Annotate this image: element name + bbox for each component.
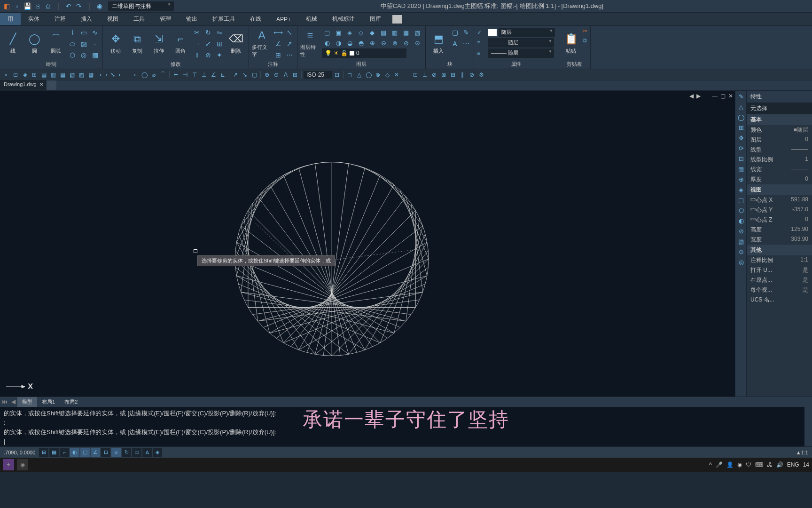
command-line[interactable]: 的实体，或按住Shift键选择要延伸的实体，或 [边缘模式(E)/围栏(F)/窗… xyxy=(0,407,812,446)
dim-10-icon[interactable]: ⊤ xyxy=(190,71,199,79)
dim-more-icon[interactable]: ⋯ xyxy=(285,50,294,60)
menu-在线[interactable]: 在线 xyxy=(242,13,269,25)
osnap-cen-icon[interactable]: ◯ xyxy=(364,71,373,79)
tray-net-icon[interactable]: 🖧 xyxy=(767,461,773,468)
drawing-canvas[interactable]: ◀ ▶ — ▢ ✕ 选择要修剪的实体，或按住Shift键选择要延伸的实体，或 X xyxy=(0,91,735,397)
max-icon[interactable]: ▢ xyxy=(720,93,726,99)
tb-7-icon[interactable]: ▦ xyxy=(58,71,67,79)
layout-2-tab[interactable]: 布局2 xyxy=(60,397,82,407)
osnap-node-icon[interactable]: ⊗ xyxy=(374,71,382,79)
menu-app[interactable]: APP+ xyxy=(269,14,298,24)
polyline-icon[interactable]: ⌇ xyxy=(68,28,77,37)
tb-4-icon[interactable]: ⊞ xyxy=(30,71,39,79)
spline-icon[interactable]: ∿ xyxy=(90,28,100,37)
dim-6-icon[interactable]: ⌀ xyxy=(149,71,158,79)
osnap-mid-icon[interactable]: △ xyxy=(355,71,363,79)
palette-2-icon[interactable]: △ xyxy=(736,102,746,111)
tb-9-icon[interactable]: ▨ xyxy=(77,71,86,79)
tb-5-icon[interactable]: ▤ xyxy=(39,71,48,79)
osnap-par-icon[interactable]: ∥ xyxy=(458,71,467,79)
dim-2-icon[interactable]: ⤡ xyxy=(109,71,117,79)
menu-工具[interactable]: 工具 xyxy=(126,13,152,25)
dim-17-icon[interactable]: ⊕ xyxy=(263,71,271,79)
layer-tool18-icon[interactable]: ⊙ xyxy=(412,38,422,48)
osnap-end-icon[interactable]: ◻ xyxy=(345,71,354,79)
model-toggle[interactable]: ▭ xyxy=(132,448,141,457)
menu-图库[interactable]: 图库 xyxy=(362,13,389,25)
dim-21-icon[interactable]: ⊡ xyxy=(333,71,341,79)
linetype-dropdown[interactable]: ——— 随层 xyxy=(488,38,554,48)
point-icon[interactable]: · xyxy=(90,39,100,48)
layer-tool12-icon[interactable]: ◒ xyxy=(344,38,355,48)
iso-toggle[interactable]: ◈ xyxy=(153,448,162,457)
palette-16-icon[interactable]: ⊙ xyxy=(736,247,746,256)
layer-tool4-icon[interactable]: ◇ xyxy=(356,28,366,37)
osnap-tan-icon[interactable]: ⊘ xyxy=(430,71,438,79)
prop-lscale-value[interactable]: 1 xyxy=(805,156,808,164)
taskbar-app2-icon[interactable]: ◉ xyxy=(17,459,28,470)
saveall-icon[interactable]: ⎘ xyxy=(33,1,42,11)
dim-14-icon[interactable]: ↗ xyxy=(231,71,240,79)
menu-扩展工具[interactable]: 扩展工具 xyxy=(205,13,242,25)
menu-视图[interactable]: 视图 xyxy=(100,13,126,25)
layer-tool15-icon[interactable]: ⊖ xyxy=(378,38,389,48)
matchprop-icon[interactable]: ✓ xyxy=(477,29,486,36)
close-view-icon[interactable]: ✕ xyxy=(728,93,733,99)
taskbar-app1-icon[interactable]: ✦ xyxy=(3,459,14,470)
stretch-button[interactable]: ⇲拉伸 xyxy=(149,28,169,58)
prop-layer-value[interactable]: 0 xyxy=(805,136,808,144)
palette-4-icon[interactable]: ⊞ xyxy=(736,123,746,132)
osnap-set-icon[interactable]: ⚙ xyxy=(477,71,485,79)
copy-clip-icon[interactable]: ⧉ xyxy=(583,37,587,44)
menu-插入[interactable]: 插入 xyxy=(73,13,100,25)
prop-w-value[interactable]: 303.90 xyxy=(791,236,808,244)
dim-8-icon[interactable]: ⊢ xyxy=(172,71,180,79)
osnap-ins-icon[interactable]: ⊡ xyxy=(411,71,420,79)
palette-14-icon[interactable]: ⊘ xyxy=(736,226,746,236)
extend-icon[interactable]: → xyxy=(192,39,202,48)
table-icon[interactable]: ⊞ xyxy=(273,50,283,60)
prop-color-value[interactable]: ■随层 xyxy=(794,126,808,134)
dim-align-icon[interactable]: ⤡ xyxy=(285,28,294,37)
prop-pvp-value[interactable]: 是 xyxy=(803,286,808,294)
layer-tool11-icon[interactable]: ◑ xyxy=(333,38,344,48)
dim-7-icon[interactable]: ⌒ xyxy=(159,71,167,79)
dim-11-icon[interactable]: ⊥ xyxy=(200,71,208,79)
dim-5-icon[interactable]: ◯ xyxy=(140,71,148,79)
layout-prev-icon[interactable]: ◀ xyxy=(9,397,17,407)
hatch-icon[interactable]: ▨ xyxy=(79,39,88,48)
menu-注释[interactable]: 注释 xyxy=(47,13,73,25)
prop-cx-value[interactable]: 591.88 xyxy=(791,196,808,204)
layer-tool8-icon[interactable]: ▦ xyxy=(401,28,411,37)
block-more-icon[interactable]: ⋯ xyxy=(461,39,471,48)
tb-8-icon[interactable]: ▧ xyxy=(68,71,76,79)
fillet-button[interactable]: ⌐圆角 xyxy=(171,28,190,58)
dim-4-icon[interactable]: ⟶ xyxy=(127,71,136,79)
block-attr-icon[interactable]: A xyxy=(450,39,460,48)
tray-time[interactable]: 14 xyxy=(803,461,809,468)
rect-icon[interactable]: ▭ xyxy=(79,28,88,37)
palette-13-icon[interactable]: ◐ xyxy=(736,216,746,225)
line-button[interactable]: ╱线 xyxy=(3,28,23,58)
ann-toggle[interactable]: A xyxy=(142,448,152,457)
layerprops-button[interactable]: ≡图层特性 xyxy=(300,28,320,58)
dim-9-icon[interactable]: ⊣ xyxy=(181,71,189,79)
prop-origin-value[interactable]: 是 xyxy=(803,276,808,284)
tb-2-icon[interactable]: ⊡ xyxy=(11,71,20,79)
layer-current-dropdown[interactable]: 💡 ☀ 🔓 0 xyxy=(322,48,406,58)
osnap-app-icon[interactable]: ⊞ xyxy=(449,71,457,79)
layer-tool1-icon[interactable]: ▢ xyxy=(322,28,332,37)
dim-3-icon[interactable]: ⟵ xyxy=(118,71,126,79)
ellipse-icon[interactable]: ⬭ xyxy=(68,39,77,48)
ortho-toggle[interactable]: ⌐ xyxy=(60,448,69,457)
palette-6-icon[interactable]: ⟳ xyxy=(736,143,746,153)
dim-13-icon[interactable]: ⊾ xyxy=(219,71,227,79)
layer-tool14-icon[interactable]: ⊕ xyxy=(367,38,377,48)
dim-20-icon[interactable]: ⊞ xyxy=(291,71,299,79)
palette-9-icon[interactable]: ⊕ xyxy=(736,175,746,184)
workspace-dropdown[interactable]: 二维草图与注释 xyxy=(108,1,174,11)
tb-3-icon[interactable]: ◈ xyxy=(21,71,29,79)
scale-icon[interactable]: ⤢ xyxy=(203,39,213,48)
donut-icon[interactable]: ◎ xyxy=(79,50,88,60)
prop-selection[interactable]: 无选择 xyxy=(747,103,812,114)
